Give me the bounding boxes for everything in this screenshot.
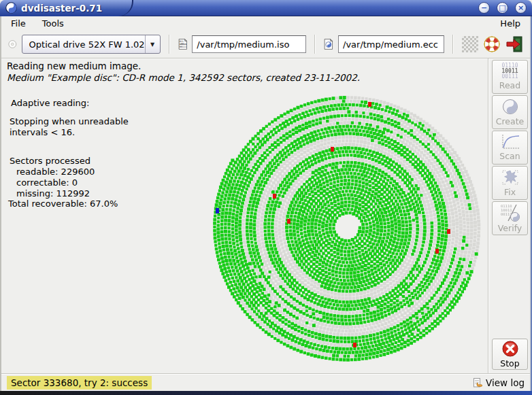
sector-status-message: Sector 333680, try 2: success xyxy=(7,376,152,390)
preferences-button-disabled[interactable] xyxy=(462,35,478,54)
scan-button[interactable]: Scan xyxy=(492,131,528,165)
total-recoverable: Total recoverable: 67.0% xyxy=(8,199,118,209)
iso-image-icon: 011 10011 00111 xyxy=(178,35,188,54)
menubar: File Tools Help xyxy=(1,16,530,31)
window-title: dvdisaster-0.71 xyxy=(21,3,102,14)
sectors-title: Sectors processed xyxy=(10,156,90,166)
log-hand-icon xyxy=(473,377,484,388)
dvdisaster-logo-icon xyxy=(5,2,17,14)
sector-spiral-visualization xyxy=(176,82,491,366)
window-border-left xyxy=(0,16,1,391)
drive-select[interactable]: Optical drive 52X FW 1.02 ▼ xyxy=(22,35,161,54)
fix-patch-icon xyxy=(501,169,520,186)
verify-compare-icon: 01110 10011 00111 xyxy=(500,203,520,222)
reading-mode-label: Adaptive reading: xyxy=(11,98,89,108)
yin-yang-icon xyxy=(501,98,519,116)
exit-door-icon xyxy=(505,35,523,53)
disc-drive-icon xyxy=(8,37,17,52)
menu-file[interactable]: File xyxy=(8,18,29,29)
stop-button[interactable]: Stop xyxy=(492,339,528,370)
verify-button[interactable]: 01110 10011 00111 Verify xyxy=(492,201,528,235)
stop-icon xyxy=(501,340,519,358)
binary-read-icon: 01110 10011 00111 xyxy=(501,63,518,80)
fix-label: Fix xyxy=(504,187,516,197)
create-label: Create xyxy=(496,116,525,126)
view-log-label: View log xyxy=(486,377,525,388)
iso-path-input[interactable] xyxy=(192,35,306,53)
verify-label: Verify xyxy=(498,223,522,233)
stop-condition-line2: intervals < 16. xyxy=(10,127,75,137)
close-button[interactable]: × xyxy=(515,2,527,14)
svg-text:00111: 00111 xyxy=(501,212,512,216)
lifebuoy-icon xyxy=(483,35,501,53)
help-button[interactable] xyxy=(483,35,501,54)
drive-select-value: Optical drive 52X FW 1.02 xyxy=(22,39,145,50)
action-sidebar: 01110 10011 00111 Read Create Scan Fix 0… xyxy=(488,58,531,373)
dvdisaster-window: { "window": { "title": "dvdisaster-0.71"… xyxy=(0,0,532,395)
svg-text:00111: 00111 xyxy=(179,46,186,48)
chevron-down-icon: ▼ xyxy=(145,35,160,53)
toolbar-separator xyxy=(452,35,454,54)
menu-help[interactable]: Help xyxy=(497,18,523,29)
minimize-button[interactable]: − xyxy=(478,2,490,14)
fix-button[interactable]: Fix xyxy=(492,166,528,200)
toolbar-separator xyxy=(314,35,316,54)
ecc-file-icon xyxy=(324,35,333,54)
view-log-button[interactable]: View log xyxy=(473,377,525,388)
maximize-button[interactable]: □ xyxy=(497,2,508,14)
scan-curve-icon xyxy=(500,134,520,150)
quit-button[interactable] xyxy=(505,35,523,54)
create-button[interactable]: Create xyxy=(492,95,528,129)
correctable-count: correctable: 0 xyxy=(16,177,78,188)
statusbar: Sector 333680, try 2: success View log xyxy=(1,373,530,391)
svg-text:011: 011 xyxy=(179,40,183,43)
window-border-bottom xyxy=(0,391,532,395)
read-button[interactable]: 01110 10011 00111 Read xyxy=(492,60,528,94)
medium-info-line: Medium "Example disc": CD-R mode 1, 3425… xyxy=(7,72,360,83)
menu-tools[interactable]: Tools xyxy=(39,18,67,29)
svg-text:10011: 10011 xyxy=(179,43,186,46)
toolbar-separator xyxy=(169,35,170,54)
ecc-path-input[interactable] xyxy=(338,35,444,53)
readable-count: readable: 229600 xyxy=(16,167,95,177)
toolbar: Optical drive 52X FW 1.02 ▼ 011 10011 00… xyxy=(1,31,530,58)
disabled-checker-icon xyxy=(462,36,478,52)
stop-condition-line1: Stopping when unreadable xyxy=(10,116,129,126)
scan-label: Scan xyxy=(499,151,520,161)
stop-label: Stop xyxy=(500,358,519,368)
action-status-line: Reading new medium image. xyxy=(7,61,141,71)
titlebar[interactable]: dvdisaster-0.71 − □ × xyxy=(0,0,532,16)
missing-count: missing: 112992 xyxy=(16,188,90,199)
read-label: Read xyxy=(499,80,520,90)
